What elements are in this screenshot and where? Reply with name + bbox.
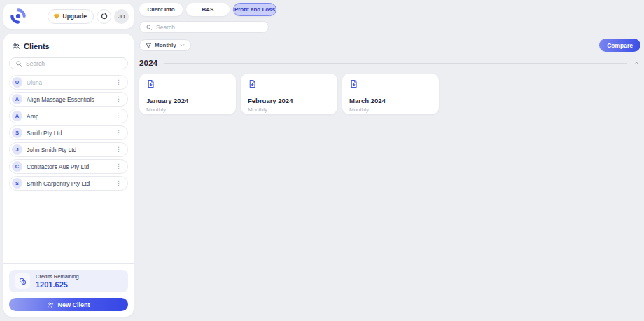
client-name: Contractors Aus Pty Ltd [27, 163, 89, 170]
year-section-header: 2024 [139, 59, 640, 67]
collapse-section-button[interactable] [633, 60, 640, 67]
sidebar-search-input[interactable] [26, 60, 122, 67]
new-client-label: New Client [57, 301, 90, 308]
credits-panel: Credits Remaining 1201.625 [9, 270, 128, 292]
client-name: Align Massage Essentials [27, 96, 94, 103]
client-avatar-initial: A [15, 113, 19, 119]
client-name: Smith Pty Ltd [27, 130, 62, 137]
main-content: Client Info BAS Profit and Loss Monthly [139, 3, 640, 114]
report-subtitle: Monthly [146, 107, 229, 113]
sidebar-spacer [9, 191, 128, 263]
client-name: Amp [27, 113, 38, 120]
report-card[interactable]: February 2024 Monthly [241, 74, 337, 114]
document-download-icon [349, 79, 358, 88]
client-avatar-initial: S [15, 180, 19, 186]
coins-icon [18, 277, 27, 286]
client-list-item[interactable]: U Uluna ⋮ [9, 75, 128, 90]
clients-sidebar: Clients U Uluna ⋮ A Align Massage Essent… [4, 34, 134, 317]
people-icon [12, 42, 20, 50]
client-name: Uluna [27, 79, 42, 86]
year-divider [164, 63, 627, 64]
report-subtitle: Monthly [248, 107, 330, 113]
client-avatar-initial: C [15, 163, 19, 170]
search-icon [146, 24, 153, 31]
report-title: January 2024 [146, 97, 229, 104]
client-name: John Smith Pty Ltd [27, 146, 76, 153]
client-menu-button[interactable]: ⋮ [113, 95, 124, 104]
clients-title: Clients [24, 42, 50, 50]
sidebar-divider [4, 263, 134, 264]
client-menu-button[interactable]: ⋮ [113, 162, 124, 171]
document-download-icon [146, 79, 155, 88]
funnel-icon [145, 42, 152, 49]
tab[interactable]: Client Info [139, 3, 183, 16]
client-list-item[interactable]: C Contractors Aus Pty Ltd ⋮ [9, 159, 128, 174]
period-filter-button[interactable]: Monthly [139, 39, 191, 51]
upgrade-button[interactable]: Upgrade [48, 9, 94, 24]
clients-header: Clients [12, 42, 128, 50]
report-card[interactable]: March 2024 Monthly [342, 74, 439, 114]
report-title: February 2024 [248, 97, 330, 104]
client-list-item[interactable]: A Amp ⋮ [9, 109, 128, 123]
main-search [139, 21, 269, 33]
credits-text: Credits Remaining 1201.625 [36, 273, 79, 289]
tab-label: Client Info [147, 6, 174, 13]
client-menu-button[interactable]: ⋮ [113, 145, 124, 154]
client-avatar: S [12, 178, 22, 189]
client-avatar: U [12, 77, 22, 88]
client-avatar: S [12, 128, 22, 138]
chevron-down-icon [179, 42, 186, 48]
client-avatar: J [12, 144, 22, 155]
sidebar-search [9, 57, 128, 69]
client-avatar-initial: S [15, 130, 19, 136]
tab[interactable]: BAS [186, 3, 230, 16]
upgrade-label: Upgrade [63, 13, 87, 20]
credits-value: 1201.625 [36, 280, 79, 289]
year-label: 2024 [139, 59, 158, 67]
compare-button[interactable]: Compare [599, 39, 640, 52]
ring-icon [100, 12, 108, 20]
user-avatar-initials: JO [118, 13, 125, 20]
chevron-up-icon [634, 60, 640, 67]
report-subtitle: Monthly [349, 107, 432, 113]
client-menu-button[interactable]: ⋮ [113, 179, 124, 188]
client-avatar: A [12, 94, 22, 104]
client-list-item[interactable]: S Smith Pty Ltd ⋮ [9, 125, 128, 140]
search-icon [15, 60, 22, 67]
client-list-item[interactable]: A Align Massage Essentials ⋮ [9, 92, 128, 107]
client-avatar: C [12, 161, 22, 172]
tab-label: BAS [202, 6, 214, 13]
client-avatar-initial: A [15, 96, 19, 102]
report-title: March 2024 [349, 97, 432, 104]
tabs: Client Info BAS Profit and Loss [139, 3, 640, 16]
controls-row: Monthly Compare [139, 39, 640, 52]
tab-label: Profit and Loss [234, 6, 275, 13]
report-card-list: January 2024 Monthly February 2024 Month… [139, 74, 640, 114]
sync-button[interactable] [97, 9, 111, 24]
period-filter-label: Monthly [155, 42, 176, 48]
client-avatar-initial: U [15, 79, 19, 86]
brand-logo-icon[interactable] [10, 8, 26, 24]
topbar: Upgrade JO [4, 4, 134, 29]
client-list: U Uluna ⋮ A Align Massage Essentials ⋮ A… [9, 75, 128, 191]
client-avatar-initial: J [15, 146, 18, 153]
new-client-button[interactable]: New Client [9, 298, 128, 311]
client-name: Smith Carpentry Pty Ltd [27, 180, 90, 187]
user-avatar[interactable]: JO [114, 9, 129, 24]
person-plus-icon [47, 301, 54, 308]
client-list-item[interactable]: J John Smith Pty Ltd ⋮ [9, 142, 128, 157]
client-list-item[interactable]: S Smith Carpentry Pty Ltd ⋮ [9, 176, 128, 191]
client-menu-button[interactable]: ⋮ [113, 128, 124, 137]
credits-label: Credits Remaining [36, 273, 79, 280]
gem-icon [53, 13, 60, 20]
client-menu-button[interactable]: ⋮ [113, 111, 124, 121]
client-avatar: A [12, 111, 22, 121]
credits-icon-box [15, 273, 30, 289]
document-download-icon [248, 79, 257, 88]
main-search-input[interactable] [156, 24, 262, 31]
tab[interactable]: Profit and Loss [233, 3, 276, 16]
client-menu-button[interactable]: ⋮ [113, 78, 124, 87]
report-card[interactable]: January 2024 Monthly [139, 74, 236, 114]
